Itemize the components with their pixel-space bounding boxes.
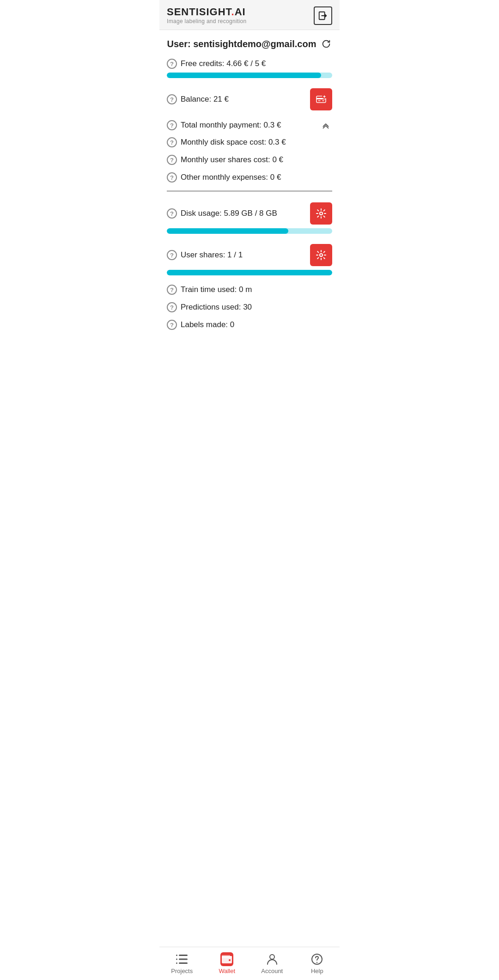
shares-row: ? User shares: 1 / 1 (167, 237, 332, 268)
shares-settings-button[interactable] (310, 244, 332, 266)
disk-row: ? Disk usage: 5.89 GB / 8 GB (167, 196, 332, 226)
monthly-row: ? Total monthly payment: 0.3 € (167, 112, 332, 134)
disk-progress-bar (167, 228, 332, 234)
shares-cost-help-icon[interactable]: ? (167, 155, 177, 165)
monthly-expand-icon[interactable] (319, 119, 332, 132)
predictions-help-icon[interactable]: ? (167, 302, 177, 312)
shares-progress-bar (167, 270, 332, 275)
monthly-help-icon[interactable]: ? (167, 120, 177, 130)
add-payment-icon (316, 94, 327, 105)
header: SENTISIGHT.AI Image labeling and recogni… (159, 0, 340, 30)
disk-label: Disk usage: 5.89 GB / 8 GB (181, 209, 277, 218)
credits-label: Free credits: 4.66 € / 5 € (181, 59, 266, 68)
user-row: User: sentisightdemo@gmail.com (167, 30, 332, 53)
other-expenses-row: ? Other monthly expenses: 0 € (167, 169, 332, 186)
add-payment-button[interactable] (310, 88, 332, 110)
disk-help-icon[interactable]: ? (167, 208, 177, 219)
logout-icon (318, 11, 328, 21)
shares-help-icon[interactable]: ? (167, 250, 177, 260)
svg-point-5 (320, 254, 323, 256)
refresh-icon (321, 39, 331, 49)
disk-cost-label: Monthly disk space cost: 0.3 € (181, 138, 286, 147)
disk-settings-icon (316, 208, 327, 219)
credits-help-icon[interactable]: ? (167, 59, 177, 69)
user-shares-cost-row: ? Monthly user shares cost: 0 € (167, 151, 332, 169)
train-time-help-icon[interactable]: ? (167, 285, 177, 295)
train-time-row: ? Train time used: 0 m (167, 279, 332, 297)
credits-progress-fill (167, 73, 321, 78)
balance-help-icon[interactable]: ? (167, 94, 177, 104)
labels-help-icon[interactable]: ? (167, 320, 177, 330)
logo-tagline: Image labeling and recognition (167, 18, 246, 24)
labels-label: Labels made: 0 (181, 320, 234, 329)
balance-row: ? Balance: 21 € (167, 82, 332, 112)
user-label: User: sentisightdemo@gmail.com (167, 39, 316, 49)
train-time-label: Train time used: 0 m (181, 285, 252, 294)
main-content: User: sentisightdemo@gmail.com ? Free cr… (159, 30, 340, 369)
section-divider (167, 191, 332, 191)
refresh-button[interactable] (321, 38, 332, 49)
predictions-row: ? Predictions used: 30 (167, 297, 332, 314)
credits-row: ? Free credits: 4.66 € / 5 € (167, 53, 332, 71)
disk-space-cost-row: ? Monthly disk space cost: 0.3 € (167, 134, 332, 151)
shares-settings-icon (316, 250, 327, 261)
predictions-label: Predictions used: 30 (181, 303, 252, 312)
disk-progress-fill (167, 228, 288, 234)
shares-label: User shares: 1 / 1 (181, 250, 243, 260)
credits-progress-bar (167, 73, 332, 78)
logo: SENTISIGHT.AI (167, 7, 246, 17)
balance-label: Balance: 21 € (181, 95, 229, 104)
labels-row: ? Labels made: 0 (167, 314, 332, 332)
monthly-label: Total monthly payment: 0.3 € (181, 121, 281, 130)
other-cost-help-icon[interactable]: ? (167, 172, 177, 183)
logout-button[interactable] (314, 6, 332, 25)
shares-progress-fill (167, 270, 332, 275)
svg-point-4 (320, 212, 323, 215)
disk-settings-button[interactable] (310, 202, 332, 225)
disk-cost-help-icon[interactable]: ? (167, 137, 177, 147)
logo-area: SENTISIGHT.AI Image labeling and recogni… (167, 7, 246, 24)
shares-cost-label: Monthly user shares cost: 0 € (181, 155, 283, 164)
other-cost-label: Other monthly expenses: 0 € (181, 173, 281, 182)
chevron-up-icon (321, 120, 331, 130)
monthly-sub-rows: ? Monthly disk space cost: 0.3 € ? Month… (167, 134, 332, 186)
